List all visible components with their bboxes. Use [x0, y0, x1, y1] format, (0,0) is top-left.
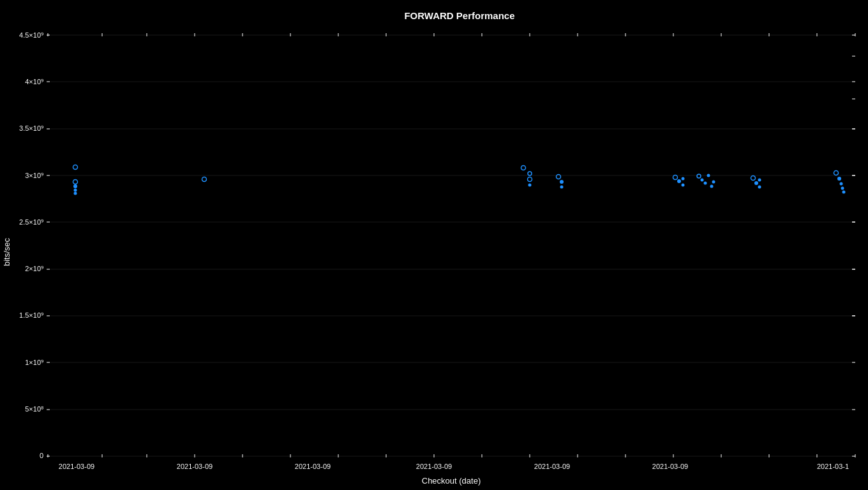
svg-text:2021-03-09: 2021-03-09	[59, 463, 94, 470]
svg-text:2021-03-09: 2021-03-09	[534, 463, 570, 470]
svg-text:5×10⁸: 5×10⁸	[25, 405, 44, 413]
svg-point-98	[677, 179, 681, 183]
svg-text:2021-03-09: 2021-03-09	[177, 463, 213, 470]
svg-text:2021-03-1: 2021-03-1	[817, 463, 849, 470]
svg-text:2.5×10⁹: 2.5×10⁹	[19, 218, 43, 226]
chart-title: FORWARD Performance	[404, 10, 514, 21]
svg-point-115	[842, 191, 846, 194]
svg-point-86	[73, 184, 77, 188]
svg-point-96	[560, 186, 564, 189]
svg-point-110	[758, 186, 761, 189]
y-axis-label: bits/sec	[2, 237, 11, 266]
svg-point-100	[682, 184, 685, 187]
svg-text:4.5×10⁹: 4.5×10⁹	[19, 31, 43, 39]
svg-point-88	[74, 192, 77, 195]
svg-point-106	[712, 181, 715, 184]
svg-point-93	[528, 184, 532, 187]
svg-rect-0	[0, 0, 868, 490]
svg-text:0: 0	[40, 452, 43, 459]
svg-text:1.5×10⁹: 1.5×10⁹	[19, 311, 43, 319]
svg-point-112	[837, 177, 841, 181]
svg-point-113	[840, 182, 843, 186]
svg-point-114	[841, 187, 844, 190]
svg-point-109	[758, 179, 761, 182]
svg-point-103	[704, 182, 707, 185]
svg-point-104	[707, 174, 710, 177]
svg-text:4×10⁹: 4×10⁹	[25, 78, 43, 85]
svg-text:2021-03-09: 2021-03-09	[652, 463, 688, 470]
chart-container: FORWARD Performance 0 5×10⁸ 1×10⁹ 1.5×10…	[0, 0, 868, 490]
svg-point-95	[560, 180, 564, 184]
svg-point-102	[701, 179, 704, 182]
svg-text:3×10⁹: 3×10⁹	[25, 172, 43, 179]
svg-text:2×10⁹: 2×10⁹	[25, 265, 43, 272]
x-axis-label: Checkout (date)	[422, 476, 481, 486]
svg-point-108	[754, 181, 758, 185]
svg-text:3.5×10⁹: 3.5×10⁹	[19, 124, 43, 132]
svg-text:2021-03-09: 2021-03-09	[416, 463, 452, 470]
svg-point-105	[710, 185, 714, 188]
svg-point-87	[74, 189, 77, 192]
svg-point-99	[682, 177, 685, 181]
svg-text:1×10⁹: 1×10⁹	[25, 359, 43, 366]
svg-text:2021-03-09: 2021-03-09	[295, 463, 331, 470]
